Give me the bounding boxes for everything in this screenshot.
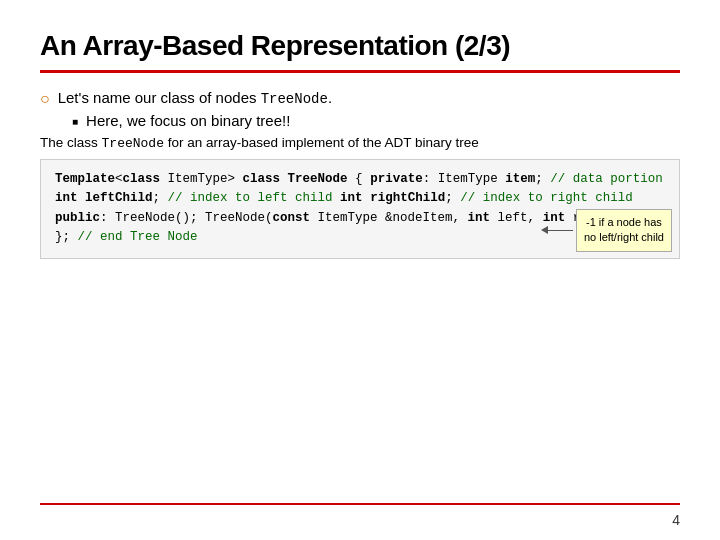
callout-arrow [541,226,573,234]
callout-box: -1 if a node hasno left/right child [576,209,672,252]
bullet-item-1: ○ Let's name our class of nodes TreeNode… [40,89,680,108]
bullet-square-icon: ■ [72,116,78,127]
arrow-head-icon [541,226,548,234]
page-number: 4 [672,512,680,528]
code-treenode-desc: TreeNode [102,136,164,151]
bullet-text-1: Let's name our class of nodes TreeNode. [58,89,332,107]
bullet-sub-text: Here, we focus on binary tree!! [86,112,290,129]
arrow-line [548,230,573,232]
slide-title: An Array-Based Representation (2/3) [40,30,680,62]
title-underline [40,70,680,73]
code-wrapper: Template<class ItemType> class TreeNode … [40,159,680,259]
description-line: The class TreeNode for an array-based im… [40,135,680,151]
callout-text: -1 if a node hasno left/right child [584,216,664,243]
bullet-icon-1: ○ [40,90,50,108]
slide: An Array-Based Representation (2/3) ○ Le… [0,0,720,540]
code-treename: TreeNode [261,91,328,107]
bottom-rule [40,503,680,505]
bullet-item-1-sub: ■ Here, we focus on binary tree!! [72,112,680,129]
